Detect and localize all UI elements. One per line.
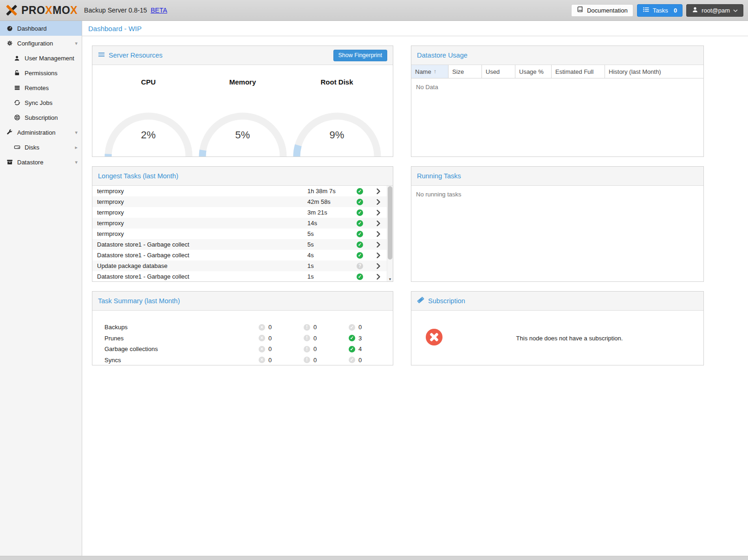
collapse-arrow-icon[interactable]: ▾ <box>75 130 78 136</box>
chevron-right-icon[interactable] <box>371 199 385 205</box>
column-header-size[interactable]: Size <box>449 65 482 78</box>
running-tasks-empty-text: No running tasks <box>411 186 703 203</box>
ok-count: 0 <box>358 357 362 364</box>
gauge-arc: 5% <box>199 104 287 156</box>
task-row[interactable]: termproxy14s✓ <box>92 218 393 228</box>
gauge-root-disk: Root Disk9% <box>290 65 384 156</box>
wrench-icon <box>6 129 13 136</box>
task-status-ok-icon: ✓ <box>357 220 363 227</box>
error-circle-icon: × <box>259 335 265 341</box>
unlock-icon <box>13 70 21 76</box>
task-row[interactable]: termproxy3m 21s✓ <box>92 207 393 218</box>
warning-circle-icon: ! <box>304 335 310 341</box>
task-status-ok-icon: ✓ <box>357 209 363 216</box>
sidebar-item-user-management[interactable]: User Management <box>0 51 82 65</box>
beta-link[interactable]: BETA <box>151 7 168 14</box>
no-subscription-icon <box>425 328 443 348</box>
task-row[interactable]: Datastore store1 - Garbage collect5s✓ <box>92 239 393 250</box>
task-name: Datastore store1 - Garbage collect <box>97 241 307 248</box>
chevron-right-icon[interactable] <box>371 263 385 269</box>
gauge-label: Root Disk <box>320 78 353 86</box>
chevron-right-icon[interactable] <box>371 274 385 280</box>
documentation-button[interactable]: Documentation <box>571 4 633 17</box>
task-row[interactable]: Update package database1s? <box>92 260 393 271</box>
server-resources-icon <box>98 51 105 60</box>
ok-circle-icon: ✓ <box>349 324 355 331</box>
column-header-usage[interactable]: Usage % <box>515 65 552 78</box>
expand-arrow-icon[interactable]: ▸ <box>75 144 78 150</box>
warning-circle-icon: ! <box>304 357 310 363</box>
proxmox-logo: PROXMOX <box>5 3 78 17</box>
horizontal-scrollbar[interactable] <box>0 556 748 560</box>
task-summary-panel: Task Summary (last Month) Backups×0!0✓0P… <box>92 291 393 365</box>
book-icon <box>577 6 584 14</box>
sort-asc-icon: ↑ <box>434 68 436 75</box>
chevron-right-icon[interactable] <box>371 210 385 215</box>
chevron-right-icon[interactable] <box>371 253 385 258</box>
warning-circle-icon: ! <box>304 324 310 331</box>
sidebar: DashboardConfiguration▾User ManagementPe… <box>0 21 82 556</box>
page-header: Dashboard - WIP <box>82 21 748 36</box>
task-name: Datastore store1 - Garbage collect <box>97 252 307 259</box>
collapse-arrow-icon[interactable]: ▾ <box>75 159 78 165</box>
ok-circle-icon: ✓ <box>349 346 355 352</box>
subscription-message: This node does not have a subscription. <box>443 335 696 342</box>
task-row[interactable]: Datastore store1 - Garbage collect4s✓ <box>92 250 393 260</box>
column-header-name[interactable]: Name↑ <box>411 65 449 78</box>
dashboard-content: Server Resources Show Fingerprint CPU2%M… <box>82 36 748 375</box>
running-tasks-header: Running Tasks <box>411 167 703 185</box>
chevron-right-icon[interactable] <box>371 242 385 247</box>
datastore-empty-text: No Data <box>411 78 703 96</box>
sidebar-item-disks[interactable]: Disks▸ <box>0 140 82 155</box>
task-name: termproxy <box>97 188 307 195</box>
sidebar-item-dashboard[interactable]: Dashboard <box>0 21 82 36</box>
ok-count: 0 <box>358 324 362 331</box>
warning-count: 0 <box>313 357 317 364</box>
tachometer-icon <box>6 25 13 32</box>
chevron-right-icon[interactable] <box>371 189 385 194</box>
server-resources-header: Server Resources Show Fingerprint <box>92 46 393 65</box>
topbar: PROXMOX Backup Server 0.8-15 BETA Docume… <box>0 0 748 21</box>
panel-title: Longest Tasks (last Month) <box>98 172 178 180</box>
sidebar-item-label: Administration <box>17 129 55 136</box>
column-header-estimated-full[interactable]: Estimated Full <box>552 65 605 78</box>
error-circle-icon: × <box>259 324 265 331</box>
show-fingerprint-button[interactable]: Show Fingerprint <box>333 50 388 61</box>
sidebar-item-permissions[interactable]: Permissions <box>0 65 82 80</box>
collapse-arrow-icon[interactable]: ▾ <box>75 40 78 46</box>
sidebar-item-administration[interactable]: Administration▾ <box>0 125 82 140</box>
warning-count: 0 <box>313 324 317 331</box>
warning-circle-icon: ! <box>304 346 310 352</box>
chevron-right-icon[interactable] <box>371 221 385 226</box>
error-count: 0 <box>268 324 272 331</box>
panel-title: Running Tasks <box>417 172 461 180</box>
chevron-right-icon[interactable] <box>371 231 385 237</box>
task-row[interactable]: termproxy1h 38m 7s✓ <box>92 186 393 196</box>
task-row[interactable]: Datastore store1 - Garbage collect1s✓ <box>92 271 393 281</box>
task-duration: 1s <box>307 262 357 269</box>
sidebar-item-configuration[interactable]: Configuration▾ <box>0 36 82 51</box>
ok-circle-icon: ✓ <box>349 357 355 363</box>
sidebar-item-sync-jobs[interactable]: Sync Jobs <box>0 95 82 110</box>
scrollbar-thumb[interactable] <box>388 186 392 260</box>
column-header-history-last-month[interactable]: History (last Month) <box>605 65 703 78</box>
task-row[interactable]: termproxy42m 58s✓ <box>92 196 393 207</box>
scrollbar-down-arrow-icon[interactable]: ▾ <box>387 277 393 281</box>
error-circle-icon: × <box>259 357 265 363</box>
task-name: Datastore store1 - Garbage collect <box>97 273 307 280</box>
tasks-button[interactable]: Tasks 0 <box>637 4 683 17</box>
sidebar-item-datastore[interactable]: Datastore▾ <box>0 155 82 169</box>
task-name: termproxy <box>97 230 307 237</box>
sidebar-item-label: Permissions <box>25 70 58 77</box>
support-icon <box>13 114 21 121</box>
column-header-used[interactable]: Used <box>482 65 515 78</box>
vertical-scrollbar[interactable]: ▾ <box>387 186 393 281</box>
sidebar-item-subscription[interactable]: Subscription <box>0 110 82 125</box>
datastore-usage-header: Datastore Usage <box>411 46 703 65</box>
summary-row-garbage-collections: Garbage collections×0!0✓4 <box>104 344 393 355</box>
user-menu-button[interactable]: root@pam <box>686 4 743 17</box>
task-status-ok-icon: ✓ <box>357 252 363 259</box>
task-row[interactable]: termproxy5s✓ <box>92 228 393 239</box>
user-icon <box>13 55 21 61</box>
sidebar-item-remotes[interactable]: Remotes <box>0 80 82 95</box>
